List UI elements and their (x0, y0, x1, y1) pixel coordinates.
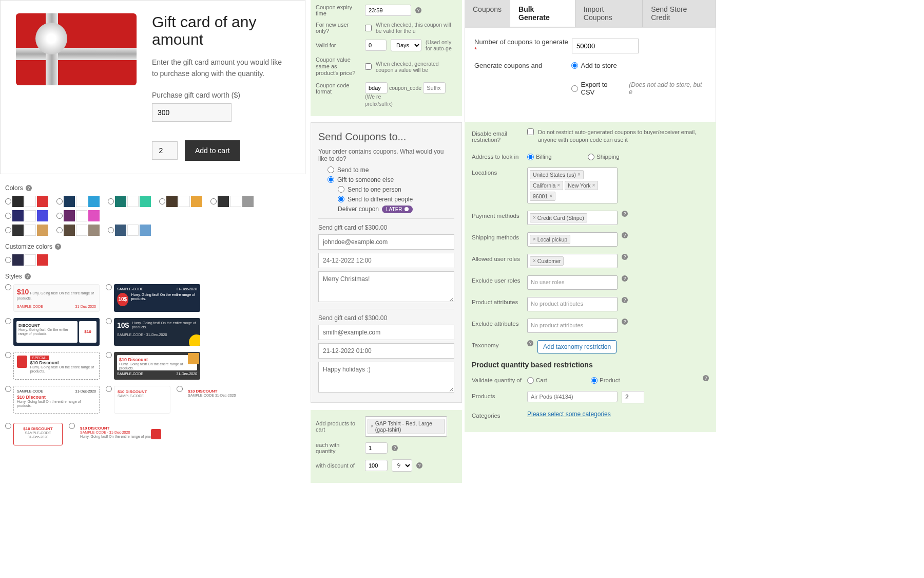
style-radio[interactable] (106, 284, 112, 290)
remove-icon[interactable]: × (557, 182, 560, 188)
validfor-unit[interactable]: Days (391, 39, 421, 51)
help-icon[interactable]: ? (527, 340, 533, 346)
coupon-style-5[interactable]: SPECIAL$10 DiscountHurry. Going fast! On… (13, 352, 100, 380)
remove-icon[interactable]: × (533, 215, 536, 220)
coupon-style-9[interactable]: $10 DISCOUNTSAMPLE-CODE 31-Dec-2020 (185, 386, 241, 414)
products-input[interactable] (527, 391, 618, 402)
color-radio[interactable] (108, 227, 114, 233)
products-qty[interactable] (622, 391, 644, 403)
help-icon[interactable]: ? (622, 297, 628, 303)
help-icon[interactable]: ? (703, 375, 709, 381)
color-radio[interactable] (159, 198, 165, 204)
help-icon[interactable]: ? (25, 273, 31, 279)
remove-icon[interactable]: × (533, 258, 536, 264)
expiry-input[interactable] (365, 5, 411, 16)
later-toggle[interactable]: LATER (382, 206, 413, 213)
coupon-style-2[interactable]: SAMPLE-CODE31-Dec-202010$Hurry. Going fa… (114, 284, 200, 312)
send-diff-radio[interactable] (338, 196, 344, 202)
help-icon[interactable]: ? (415, 7, 421, 13)
suffix-input[interactable] (423, 82, 446, 94)
shipping-radio[interactable] (588, 154, 594, 160)
remove-icon[interactable]: × (592, 182, 595, 188)
style-radio[interactable] (5, 318, 11, 324)
valsame-checkbox[interactable] (365, 63, 372, 70)
worth-input[interactable] (152, 103, 232, 122)
help-icon[interactable]: ? (26, 185, 32, 191)
style-radio[interactable] (5, 352, 11, 358)
newuser-checkbox[interactable] (365, 25, 372, 31)
style-radio[interactable] (106, 318, 112, 324)
coupon-style-3[interactable]: DISCOUNTHurry. Going fast! On the entire… (13, 318, 100, 346)
categories-link[interactable]: Please select some categories (527, 411, 611, 418)
help-icon[interactable]: ? (55, 244, 61, 250)
export-csv-radio[interactable] (571, 85, 578, 92)
product-tagbox[interactable]: ×GAP Tshirt - Red, Large (gap-tshirt) (365, 416, 447, 437)
color-radio[interactable] (5, 227, 11, 233)
send-me-radio[interactable] (328, 166, 334, 173)
coupon-style-6[interactable]: $10 DiscountHurry. Going fast! On the en… (114, 352, 200, 380)
help-icon[interactable]: ? (622, 211, 628, 217)
disc-unit[interactable]: % (392, 459, 412, 472)
help-icon[interactable]: ? (622, 319, 628, 325)
prefix-input[interactable] (365, 82, 388, 94)
coupon-style-1[interactable]: $10 Hurry. Going fast! On the entire ran… (13, 284, 100, 312)
coupon-style-10[interactable]: $10 DISCOUNTSAMPLE-CODE31-Dec-2020 (13, 423, 63, 445)
gift1-msg[interactable] (318, 271, 454, 302)
remove-icon[interactable]: × (371, 423, 374, 429)
exclude-roles-tagbox[interactable]: No user roles (527, 275, 618, 290)
coupon-style-7[interactable]: SAMPLE-CODE31-Dec-2020$10 DiscountHurry.… (13, 386, 100, 414)
tab-import[interactable]: Import Coupons (575, 0, 643, 27)
send-one-radio[interactable] (338, 186, 344, 193)
style-radio[interactable] (106, 352, 112, 358)
exclattr-tagbox[interactable]: No product attributes (527, 319, 618, 333)
gift2-msg[interactable] (318, 362, 454, 393)
tab-bulk-generate[interactable]: Bulk Generate (510, 0, 575, 27)
each-qty-input[interactable] (365, 442, 388, 454)
num-input[interactable] (572, 39, 639, 53)
gift1-email[interactable] (318, 234, 454, 250)
color-radio[interactable] (108, 198, 114, 204)
validate-cart-radio[interactable] (527, 377, 534, 384)
qty-input[interactable] (152, 141, 178, 160)
style-radio[interactable] (5, 386, 11, 392)
validate-product-radio[interactable] (591, 377, 598, 384)
add-taxonomy-button[interactable]: Add taxonomy restriction (537, 340, 617, 353)
tab-store-credit[interactable]: Send Store Credit (643, 0, 716, 27)
add-to-cart-button[interactable]: Add to cart (185, 140, 240, 161)
style-radio[interactable] (177, 386, 183, 392)
color-radio[interactable] (56, 198, 63, 204)
help-icon[interactable]: ? (622, 275, 628, 282)
remove-icon[interactable]: × (549, 193, 552, 199)
color-radio[interactable] (56, 227, 63, 233)
send-gift-radio[interactable] (328, 176, 334, 183)
gift1-date[interactable] (318, 253, 454, 268)
color-radio[interactable] (5, 213, 11, 219)
billing-radio[interactable] (527, 154, 534, 160)
coupon-style-11[interactable]: $10 DISCOUNTSAMPLE-CODE · 31-Dec-2020Hur… (77, 423, 163, 452)
remove-icon[interactable]: × (578, 172, 581, 177)
custom-color-radio[interactable] (5, 257, 11, 263)
help-icon[interactable]: ? (622, 254, 628, 260)
help-icon[interactable]: ? (416, 462, 422, 469)
coupon-style-8[interactable]: $10 DISCOUNTSAMPLE-CODE (114, 386, 170, 414)
style-radio[interactable] (5, 423, 11, 429)
disc-input[interactable] (365, 460, 388, 471)
payment-tagbox[interactable]: ×Credit Card (Stripe) (527, 211, 618, 225)
gift2-date[interactable] (318, 343, 454, 359)
tab-coupons[interactable]: Coupons (465, 0, 510, 27)
allowed-tagbox[interactable]: ×Customer (527, 254, 618, 268)
gift2-email[interactable] (318, 325, 454, 340)
help-icon[interactable]: ? (392, 445, 398, 451)
style-radio[interactable] (69, 423, 75, 429)
add-store-radio[interactable] (571, 62, 578, 69)
color-radio[interactable] (5, 198, 11, 204)
color-radio[interactable] (56, 213, 63, 219)
help-icon[interactable]: ? (622, 232, 628, 238)
locations-tagbox[interactable]: United States (us)× California× New York… (527, 167, 618, 203)
validfor-input[interactable] (365, 40, 387, 51)
coupon-style-4[interactable]: 10$Hurry. Going fast! On the entire rang… (114, 318, 200, 346)
style-radio[interactable] (5, 284, 11, 290)
shipping-tagbox[interactable]: ×Local pickup (527, 232, 618, 247)
style-radio[interactable] (106, 386, 112, 392)
prodattr-tagbox[interactable]: No product attributes (527, 297, 618, 311)
